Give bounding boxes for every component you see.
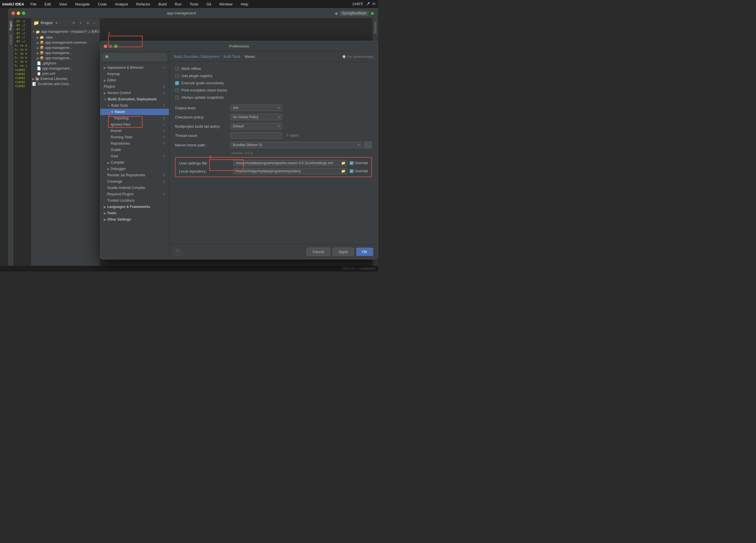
nav-trusted-locations[interactable]: Trusted Locations (100, 197, 169, 203)
settings-btn[interactable]: ⚙ (85, 20, 91, 26)
close-button[interactable] (11, 11, 15, 15)
nav-repositories[interactable]: Repositories ⚙ (100, 140, 169, 147)
checkbox-execute-goals[interactable] (175, 81, 179, 85)
nav-tools[interactable]: ▶ Tools (100, 210, 169, 216)
nav-running-tests[interactable]: Running Tests ⚙ (100, 134, 169, 140)
maven-home-row: Bundled (Maven 3) ··· (230, 141, 372, 148)
project-tab[interactable]: Project (9, 20, 13, 32)
cancel-button[interactable]: Cancel (306, 247, 330, 256)
menu-file[interactable]: File (29, 1, 38, 7)
nav-build-exec[interactable]: ▼ Build, Execution, Deployment (100, 96, 169, 102)
checkbox-work-offline[interactable] (175, 67, 179, 71)
nav-gradle-android[interactable]: Gradle-Android Compiler (100, 185, 169, 191)
ide-body: Project Commit -Rf ~/ -Rf ~/ -Rf ~/ -Rf … (8, 18, 378, 272)
nav-editor[interactable]: ▶ Editor (100, 77, 169, 83)
local-repo-input[interactable] (233, 168, 347, 174)
multiproject-select[interactable]: Default Fail at End Fail Fast Never Fail (230, 123, 282, 129)
minimize-button[interactable] (17, 11, 20, 15)
tree-item-scratches[interactable]: 📝 Scratches and Cons... (31, 81, 100, 87)
nav-maven[interactable]: ▼ Maven (100, 109, 169, 115)
nav-appearance[interactable]: ▶ Appearance & Behavior ⚙ (100, 64, 169, 71)
menu-build[interactable]: Build (157, 1, 168, 7)
nav-remote-jar[interactable]: Remote Jar Repositories ⚙ (100, 172, 169, 178)
back-icon[interactable]: ◀ (334, 11, 337, 16)
label-work-offline: Work offline (181, 66, 201, 71)
local-repo-override-checkbox[interactable] (350, 169, 354, 173)
tree-item-common[interactable]: ▶ 📦 app-management-common (31, 40, 100, 45)
menu-code[interactable]: Code (96, 1, 108, 7)
tree-item-m2[interactable]: ▶ 📦 app-manageme... (31, 45, 100, 50)
menu-git[interactable]: Git (205, 1, 213, 7)
user-settings-input[interactable] (233, 160, 347, 166)
breadcrumb-build[interactable]: Build, Execution, Deployment (174, 55, 219, 59)
collapse-btn[interactable]: ≡ (78, 20, 84, 26)
tree-item-root[interactable]: ▼ 📁 app-management ~/mydata/个人资料/项 (31, 29, 100, 35)
user-settings-override-checkbox[interactable] (350, 161, 354, 165)
checkbox-plugin-registry[interactable] (175, 74, 179, 78)
dialog-minimize[interactable] (109, 45, 112, 48)
nav-compiler[interactable]: ▶ Compiler (100, 159, 169, 166)
nav-debugger[interactable]: ▶ Debugger (100, 166, 169, 172)
nav-required-plugins[interactable]: Required Plugins ⚙ (100, 191, 169, 197)
menu-view[interactable]: View (57, 1, 69, 7)
nav-gant[interactable]: Gant ⚙ (100, 153, 169, 159)
nav-other-settings[interactable]: ▶ Other Settings (100, 216, 169, 222)
tree-item-external[interactable]: ▶ 📚 External Libraries (31, 76, 100, 81)
maven-home-browse-btn[interactable]: ··· (364, 141, 372, 148)
nav-plugins[interactable]: Plugins ⚙ (100, 83, 169, 90)
maximize-button[interactable] (22, 11, 25, 15)
menu-refactor[interactable]: Refactor (135, 1, 152, 7)
apply-button[interactable]: Apply (333, 247, 354, 256)
ide-title: app-management (29, 11, 334, 15)
checkbox-update-snapshots[interactable] (175, 95, 179, 99)
label-plugin-registry: Use plugin registry (181, 74, 212, 78)
ide-toolbar-right: ◀ SpringBootMain ▶ (334, 10, 375, 16)
settings-icon: ⚙ (163, 66, 166, 70)
checksum-policy-select[interactable]: No Global Policy Fail Warn Ignore (230, 114, 282, 120)
maven-home-select[interactable]: Bundled (Maven 3) (230, 142, 362, 148)
thread-count-input[interactable] (230, 132, 282, 139)
tree-item-pom[interactable]: 📋 pom.xml (31, 71, 100, 76)
menu-help[interactable]: Help (239, 1, 250, 7)
nav-coverage[interactable]: Coverage ⚙ (100, 178, 169, 185)
local-repo-browse-btn[interactable]: 📁 (340, 168, 347, 174)
run-config-selector[interactable]: SpringBootMain (340, 11, 369, 16)
search-input[interactable] (103, 54, 167, 61)
menu-tools[interactable]: Tools (188, 1, 200, 7)
nav-importing[interactable]: Importing ⚙ (100, 115, 169, 121)
nav-vcs[interactable]: ▶ Version Control ⚙ (100, 90, 169, 96)
nav-runner[interactable]: Runner ⚙ (100, 128, 169, 134)
tree-item-appfile[interactable]: 📄 app-management... (31, 66, 100, 71)
dialog-close[interactable] (104, 45, 107, 48)
label-checksum-policy: Checksum policy: (175, 115, 227, 119)
run-icon[interactable]: ▶ (371, 10, 375, 16)
output-level-select[interactable]: Info Debug Warn Error (230, 105, 282, 111)
nav-languages[interactable]: ▶ Languages & Frameworks (100, 203, 169, 210)
dialog-maximize[interactable] (114, 45, 118, 48)
console-line: h: no m (15, 60, 30, 64)
menu-run[interactable]: Run (173, 1, 183, 7)
menu-navigate[interactable]: Navigate (73, 1, 91, 7)
menu-window[interactable]: Window (218, 1, 234, 7)
help-button[interactable]: ? (174, 248, 181, 255)
menu-analyze[interactable]: Analyze (113, 1, 130, 7)
close-panel-btn[interactable]: — (92, 20, 97, 26)
ok-button[interactable]: OK (356, 247, 373, 256)
nav-keymap[interactable]: Keymap (100, 71, 169, 77)
menu-edit[interactable]: Edit (43, 1, 53, 7)
breadcrumb-tools[interactable]: Build Tools (224, 55, 240, 59)
field-multiproject-fail: Multiproject build fail policy: Default … (175, 123, 372, 129)
project-dropdown[interactable]: ▼ (55, 21, 58, 25)
user-settings-browse-btn[interactable]: 📁 (340, 160, 347, 166)
tree-item-gitignore[interactable]: 📄 .gitignore (31, 61, 100, 66)
nav-ignored-files[interactable]: Ignored Files ⚙ (100, 121, 169, 128)
sync-btn[interactable]: ⟳ (71, 20, 77, 26)
tree-item-m3[interactable]: ▶ 📦 app-manageme... (31, 50, 100, 55)
nav-gradle[interactable]: Gradle (100, 147, 169, 153)
commit-tab[interactable]: Commit (9, 33, 13, 46)
tree-item-m4[interactable]: ▶ 📦 app-manageme... (31, 55, 100, 61)
setting-row-work-offline: Work offline (175, 66, 372, 71)
nav-build-tools[interactable]: ▼ Build Tools ⚙ (100, 102, 169, 109)
tree-item-idea[interactable]: ▶ 📁 .idea (31, 35, 100, 40)
checkbox-print-traces[interactable] (175, 88, 179, 92)
